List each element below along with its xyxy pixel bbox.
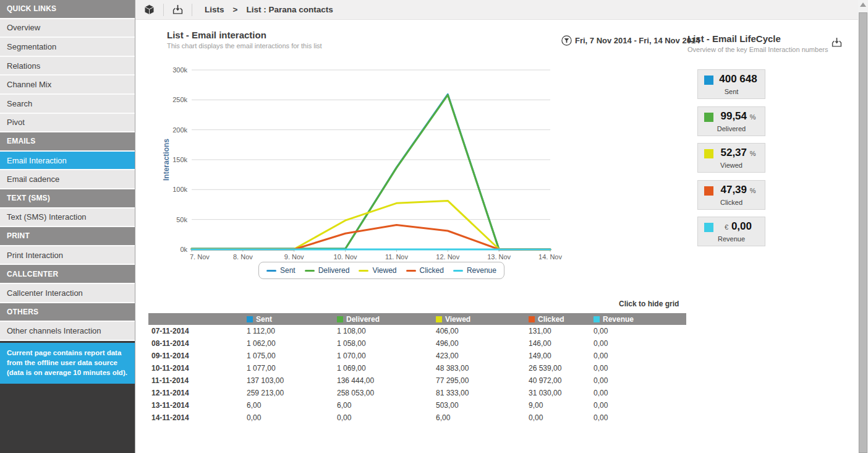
- row-value-clicked: 0,00: [529, 412, 594, 424]
- lifecycle-download-icon[interactable]: [832, 37, 842, 48]
- table-header-viewed: Viewed: [436, 313, 529, 325]
- row-value-clicked: 26 539,00: [529, 362, 594, 374]
- y-tick-label: 150k: [172, 156, 187, 163]
- stat-value: 47,39 %: [714, 184, 762, 196]
- row-value-revenue: 0,00: [594, 350, 686, 362]
- hide-grid-link[interactable]: Click to hide grid: [619, 300, 679, 308]
- x-tick-label: 10. Nov: [334, 253, 357, 261]
- sidebar-item-email-cadence[interactable]: Email cadence: [0, 170, 135, 189]
- legend-swatch: [359, 270, 368, 272]
- row-value-viewed: 81 333,00: [436, 387, 529, 399]
- table-header-date: [148, 313, 247, 325]
- row-value-delivered: 0,00: [337, 412, 436, 424]
- table-row: 10-11-20141 077,001 069,0048 383,0026 53…: [148, 362, 686, 374]
- sidebar-item-email-interaction[interactable]: Email Interaction: [0, 152, 135, 171]
- sidebar-item-print-interaction[interactable]: Print Interaction: [0, 246, 135, 265]
- stat-value: 99,54 %: [714, 110, 762, 123]
- chart-panel-title: List - Email interaction: [167, 30, 322, 40]
- sidebar-item-channel-mix[interactable]: Channel Mix: [0, 76, 135, 95]
- row-value-sent: 1 077,00: [247, 362, 337, 374]
- row-value-clicked: 40 972,00: [529, 374, 594, 387]
- sidebar-section-print: PRINT: [0, 227, 135, 246]
- y-tick-label: 200k: [172, 126, 187, 134]
- stat-value: € 0,00: [714, 220, 762, 233]
- legend-item-revenue[interactable]: Revenue: [453, 266, 496, 275]
- email-interaction-line-chart: 0k50k100k150k200k250k300k7. Nov8. Nov9. …: [160, 63, 568, 267]
- sidebar-item-segmentation[interactable]: Segmentation: [0, 38, 135, 57]
- y-tick-label: 0k: [180, 246, 187, 253]
- breadcrumb: Lists > List : Parana contacts: [205, 5, 333, 14]
- series-line-delivered: [192, 95, 550, 250]
- row-value-delivered: 1 069,00: [337, 362, 436, 374]
- sidebar-item-callcenter-interaction[interactable]: Callcenter Interaction: [0, 284, 135, 303]
- main-content: List - Email interaction This chart disp…: [135, 20, 858, 453]
- table-header-sent: Sent: [247, 313, 337, 325]
- stat-color-swatch: [704, 223, 713, 232]
- row-value-delivered: 1 070,00: [337, 350, 436, 362]
- stat-box-sent: 400 648Sent: [697, 69, 765, 99]
- export-download-icon[interactable]: [172, 4, 183, 15]
- column-color-swatch: [247, 316, 253, 322]
- date-range-filter[interactable]: Fri, 7 Nov 2014 - Fri, 14 Nov 2014: [561, 35, 700, 46]
- chart-legend: SentDeliveredViewedClickedRevenue: [258, 262, 504, 279]
- row-value-delivered: 6,00: [337, 399, 436, 412]
- x-tick-label: 11. Nov: [385, 253, 409, 261]
- stat-box-delivered: 99,54 %Delivered: [697, 106, 765, 136]
- row-value-delivered: 258 053,00: [337, 387, 436, 399]
- row-value-revenue: 0,00: [594, 362, 686, 374]
- row-value-revenue: 0,00: [594, 399, 686, 412]
- sidebar-item-relations[interactable]: Relations: [0, 57, 135, 76]
- table-row: 09-11-20141 075,001 070,00423,00149,000,…: [148, 350, 686, 362]
- table-row: 11-11-2014137 103,00136 444,0077 295,004…: [148, 374, 686, 387]
- row-date: 09-11-2014: [148, 350, 247, 362]
- y-tick-label: 300k: [172, 66, 187, 74]
- series-line-sent: [192, 94, 550, 249]
- y-axis-title: Interactions: [162, 139, 171, 181]
- stat-label: Sent: [698, 88, 765, 95]
- legend-item-clicked[interactable]: Clicked: [406, 266, 444, 275]
- row-value-viewed: 77 295,00: [436, 374, 529, 387]
- x-tick-label: 12. Nov: [436, 253, 459, 261]
- row-value-clicked: 9,00: [529, 399, 594, 412]
- cube-icon[interactable]: [144, 4, 155, 15]
- sidebar-item-overview[interactable]: Overview: [0, 19, 135, 38]
- table-row: 12-11-2014259 213,00258 053,0081 333,003…: [148, 387, 686, 399]
- x-tick-label: 8. Nov: [233, 253, 253, 261]
- row-value-clicked: 146,00: [529, 337, 594, 350]
- row-value-delivered: 136 444,00: [337, 374, 436, 387]
- stat-color-swatch: [704, 149, 713, 158]
- sidebar-item-search[interactable]: Search: [0, 95, 135, 114]
- sidebar-section-callcenter: CALLCENTER: [0, 265, 135, 284]
- row-value-revenue: 0,00: [594, 337, 686, 350]
- table-header-delivered: Delivered: [337, 313, 436, 325]
- stat-label: Delivered: [698, 125, 765, 132]
- row-value-clicked: 131,00: [529, 325, 594, 337]
- stat-value: 52,37 %: [714, 147, 762, 159]
- legend-item-sent[interactable]: Sent: [266, 266, 296, 275]
- scrollbar-up-arrow-icon[interactable]: [860, 2, 866, 7]
- topbar: Lists > List : Parana contacts: [135, 0, 858, 20]
- stat-box-viewed: 52,37 %Viewed: [697, 143, 765, 173]
- table-row: 14-11-20140,000,006,000,000,00: [148, 412, 686, 424]
- row-value-viewed: 423,00: [436, 350, 529, 362]
- sidebar-item-text-sms-interaction[interactable]: Text (SMS) Interaction: [0, 209, 135, 228]
- legend-item-delivered[interactable]: Delivered: [305, 266, 350, 275]
- legend-label: Delivered: [318, 266, 350, 275]
- stat-label: Clicked: [698, 199, 765, 206]
- legend-item-viewed[interactable]: Viewed: [359, 266, 396, 275]
- row-value-viewed: 496,00: [436, 337, 529, 350]
- sidebar-item-pivot[interactable]: Pivot: [0, 114, 135, 133]
- table-row: 07-11-20141 112,001 108,00406,00131,000,…: [148, 325, 686, 337]
- scrollbar-thumb[interactable]: [859, 12, 867, 453]
- sidebar-item-other-channels-interaction[interactable]: Other channels Interaction: [0, 322, 135, 341]
- offline-data-notice: Current page contains report data from t…: [0, 343, 135, 384]
- table-header-row: SentDeliveredViewedClickedRevenue: [148, 313, 686, 325]
- lifecycle-panel-subtitle: Overview of the key Email Interaction nu…: [687, 46, 830, 53]
- breadcrumb-lists-link[interactable]: Lists: [205, 5, 224, 14]
- legend-label: Revenue: [467, 266, 496, 275]
- sidebar: QUICK LINKSOverviewSegmentationRelations…: [0, 0, 135, 453]
- row-value-revenue: 0,00: [594, 412, 686, 424]
- scrollbar[interactable]: [858, 0, 868, 453]
- row-value-sent: 1 062,00: [247, 337, 337, 350]
- row-value-delivered: 1 058,00: [337, 337, 436, 350]
